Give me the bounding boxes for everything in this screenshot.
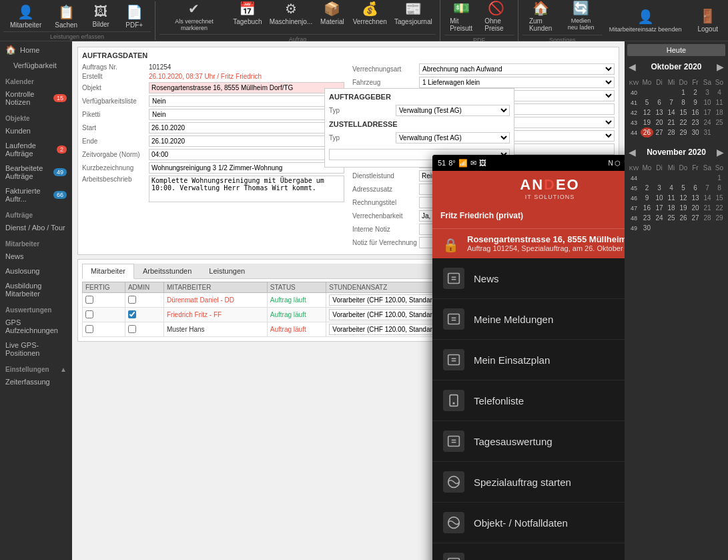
mobile-logo: ANDEO IT SOLUTIONS [520, 176, 579, 200]
gallery-icon: 🖼 [479, 159, 486, 167]
toolbar-maschinenjournal[interactable]: ⚙ Maschinenjo... [266, 0, 316, 34]
sidebar-item-bearbeitete-auftrage[interactable]: Bearbeitete Aufträge 49 [0, 161, 72, 184]
svg-point-10 [453, 402, 454, 404]
logout-icon: 🚪 [699, 8, 716, 24]
sidebar-header-mitarbeiter: Mitarbeiter [0, 235, 72, 249]
mobile-menu-neuen-dienst[interactable]: Neuen Dienst starten [432, 543, 625, 560]
sidebar-header-auswertungen: Auswertungen [0, 301, 72, 315]
verrechnen-icon: 💰 [362, 1, 378, 17]
sidebar-item-home[interactable]: 🏠 Home [0, 41, 72, 58]
mobile-menu-telefonliste[interactable]: Telefonliste [432, 380, 625, 421]
nov-next-btn[interactable]: ▶ [717, 147, 724, 158]
als-verrechnet-icon: ✔ [188, 1, 200, 17]
verrechnungsart-select[interactable]: Abrechnung nach Aufwand [419, 63, 615, 75]
toolbar-zum-kunden[interactable]: 🏠 Zum Kunden [522, 0, 560, 35]
sidebar-header-objekte: Objekte [0, 109, 72, 123]
toolbar-ohne-preise[interactable]: 🚫 Ohne Preise [478, 0, 514, 35]
toolbar-tagesjournal[interactable]: 📰 Tagesjournal [391, 0, 436, 34]
spezialauftrag-icon [443, 471, 464, 493]
fertig-check-3[interactable] [85, 325, 93, 333]
mobile-menu: News Meine Meldungen [432, 258, 625, 560]
fertig-check-2[interactable] [85, 310, 93, 318]
sidebar-item-live-gps[interactable]: Live GPS-Positionen [0, 338, 72, 360]
toolbar-als-verrechnet[interactable]: ✔ Als verrechnet markieren [159, 0, 229, 34]
toolbar-tagebuch[interactable]: 📅 Tagebuch [229, 0, 266, 34]
toolbar-verrechnen[interactable]: 💰 Verrechnen [349, 0, 391, 34]
toolbar-logout[interactable]: 🚪 Logout [691, 5, 725, 35]
kurzbezeichnung-input[interactable] [149, 162, 344, 174]
fertig-check-1[interactable] [85, 296, 93, 304]
sidebar-item-ausbildung[interactable]: Ausbildung Mitarbeiter [0, 278, 72, 301]
mobile-menu-notfalldaten[interactable]: Objekt- / Notfalldaten [432, 503, 625, 543]
sidebar-item-gps[interactable]: GPS Aufzeichnungen [0, 315, 72, 338]
toolbar-material[interactable]: 📦 Material [316, 0, 349, 34]
prev-month-btn[interactable]: ◀ [629, 61, 636, 72]
badge-laufende: 2 [57, 146, 67, 154]
mobile-menu-tagesauswertung[interactable]: Tagesauswertung [432, 421, 625, 462]
row-verrechnungsart: Verrechnungsart Abrechnung nach Aufwand [352, 63, 615, 75]
signal-strength: 51 [438, 159, 446, 167]
neuen-dienst-icon [443, 553, 464, 560]
nov-week-45: 45 234 56 78 [627, 183, 725, 193]
today-cell[interactable]: 26 [641, 127, 653, 137]
sidebar-item-laufende-auftrage[interactable]: Laufende Aufträge 2 [0, 138, 72, 161]
nov-week-46: 46 91011 1213 1415 [627, 193, 725, 203]
mobile-menu-mein-einsatzplan[interactable]: Mein Einsatzplan [432, 340, 625, 380]
sidebar-item-dienst-abo-tour[interactable]: Dienst / Abo / Tour [0, 220, 72, 235]
sidebar-item-zeiterfassung[interactable]: Zeiterfassung [0, 374, 72, 389]
sidebar-item-kontrolle-notizen[interactable]: Kontrolle Notizen 15 [0, 87, 72, 109]
zeitvorgabe-input[interactable] [149, 149, 344, 160]
medien-neu-icon: 🔄 [573, 0, 589, 16]
tab-mitarbeiter[interactable]: Mitarbeiter [82, 264, 134, 279]
objekt-input[interactable] [149, 82, 344, 93]
cal-week-42: 42 121314 1516 1718 [627, 107, 725, 117]
toolbar-mit-preis[interactable]: 💵 Mit Preisutt [444, 0, 478, 35]
verfugbarkeitsliste-select[interactable]: Nein [149, 95, 344, 107]
sidebar-item-auslosung[interactable]: Auslosung [0, 264, 72, 278]
admin-check-2[interactable] [128, 310, 136, 318]
mobile-app-header: ANDEO IT SOLUTIONS 🔄 ⋮ [432, 171, 625, 206]
toolbar-medien-neu[interactable]: 🔄 Medien neu laden [559, 0, 602, 35]
toolbar-sachen[interactable]: 📋 Sachen [48, 1, 84, 31]
next-month-btn[interactable]: ▶ [717, 61, 724, 72]
admin-check-3[interactable] [128, 325, 136, 333]
fahrzeug-select[interactable]: 1 Lieferwagen klein [419, 77, 615, 88]
toolbar-bilder[interactable]: 🖼 Bilder [84, 1, 117, 31]
row-verfugbarkeitsliste: Verfügbarkeitsliste Nein [82, 95, 344, 107]
sidebar-item-news[interactable]: News [0, 249, 72, 264]
home-icon: 🏠 [5, 45, 16, 55]
bilder-icon: 🖼 [94, 4, 107, 19]
col-admin: ADMIN [125, 282, 163, 293]
ende-input[interactable] [149, 135, 331, 147]
heute-button[interactable]: Heute [627, 44, 725, 56]
row-piketti: Piketti Nein [82, 109, 344, 120]
tab-arbeitsstunden[interactable]: Arbeitsstunden [134, 264, 200, 278]
mobile-menu-meine-meldungen[interactable]: Meine Meldungen [432, 299, 625, 340]
sidebar-item-kunden[interactable]: Kunden [0, 123, 72, 138]
mobile-overlay: 51 8° 📶 ✉ 🖼 N ⬡ 📍 🔋 68 % 08:46 [432, 155, 625, 560]
col-status: STATUS [267, 282, 326, 293]
mit-preis-icon: 💵 [453, 0, 470, 16]
sidebar-item-fakturierte-auftrage[interactable]: Fakturierte Auftr... 66 [0, 184, 72, 206]
arbeitsbeschrieb-textarea[interactable]: Komplette Wohnungsreinigung mit Übergabe… [149, 176, 344, 202]
notification-address: Rosengartenstrasse 16, 8555 Müllheim Dor… [467, 234, 625, 244]
row-kurzbezeichnung: Kurzbezeichnung [82, 162, 344, 174]
sidebar-item-verfugbarkeit[interactable]: Verfügbarkeit [0, 58, 72, 73]
november-header: ◀ November 2020 ▶ [627, 144, 725, 160]
piketti-select[interactable]: Nein [149, 109, 344, 120]
start-input[interactable] [149, 122, 331, 133]
toolbar-mitarbeiter[interactable]: 👤 Mitarbeiter [3, 1, 48, 31]
zustelladresse-typ-select[interactable]: Verwaltung (Test AG) [396, 132, 510, 144]
notification-user: Fritz Friedrich (privat) [440, 211, 625, 220]
mobile-menu-spezialauftrag[interactable]: Spezialauftrag starten [432, 462, 625, 503]
mobile-menu-news[interactable]: News [432, 258, 625, 299]
auftraggeber-typ-select[interactable]: Verwaltung (Test AG) [396, 105, 510, 116]
nov-prev-btn[interactable]: ◀ [629, 147, 636, 158]
toolbar-pdfs[interactable]: 📄 PDF+ [117, 1, 151, 31]
zustelladresse-title: ZUSTELLADRESSE [329, 120, 510, 128]
tab-leistungen[interactable]: Leistungen [200, 264, 254, 278]
notification-detail: Auftrag 101254, Spezialauftrag, am 26. O… [467, 244, 625, 252]
admin-check-1[interactable] [128, 296, 136, 304]
toolbar-mitarbeiter-beenden[interactable]: 👤 Mitarbeitereinsatz beenden [603, 6, 689, 35]
row-zeitvorgabe: Zeitvorgabe (Norm) [82, 149, 344, 160]
